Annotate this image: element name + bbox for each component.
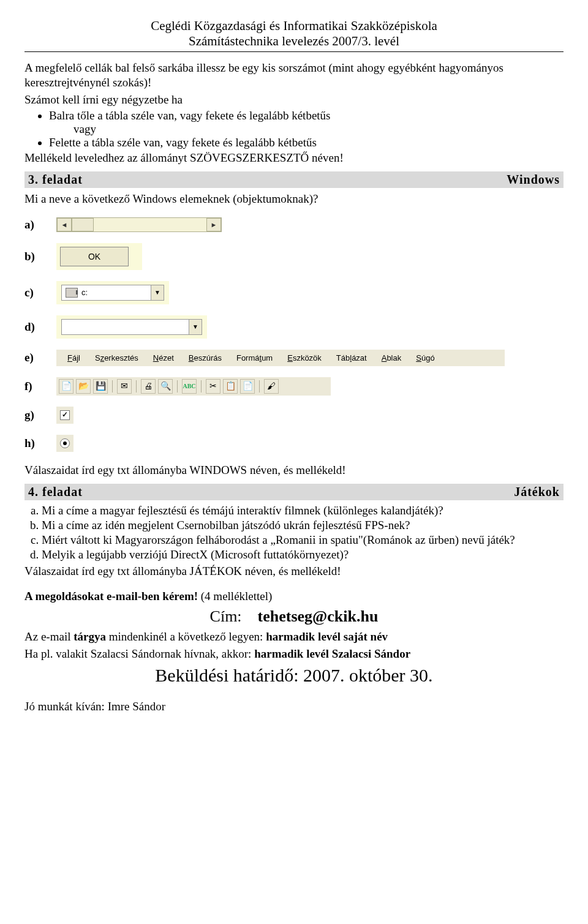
- task4-a: Mi a címe a magyar fejlesztésű és témájú…: [42, 504, 564, 517]
- menu-beszuras[interactable]: Beszúrás: [181, 352, 229, 364]
- footer-ask: A megoldásokat e-mail-ben kérem! (4 mell…: [24, 589, 564, 604]
- spellcheck-icon[interactable]: ABC: [182, 379, 197, 394]
- bullet-2: Felette a tábla széle van, vagy fekete é…: [49, 136, 564, 149]
- cut-icon[interactable]: ✂: [206, 379, 221, 394]
- row-f: f) 📄 📂 💾 ✉ 🖨 🔍 ABC ✂ 📋 📄 🖌: [24, 377, 564, 396]
- menu-nezet[interactable]: Nézet: [146, 352, 181, 364]
- radio-button[interactable]: [60, 438, 70, 448]
- footer-bye: Jó munkát kíván: Imre Sándor: [24, 699, 564, 714]
- toolbar-separator: [177, 380, 178, 393]
- menu-sugo[interactable]: Súgó: [409, 352, 442, 364]
- print-preview-icon[interactable]: 🔍: [158, 379, 173, 394]
- header-title: Ceglédi Közgazdasági és Informatikai Sza…: [24, 18, 564, 34]
- chevron-down-icon[interactable]: ▼: [189, 320, 202, 334]
- task4-after: Válaszaidat írd egy txt állományba JÁTÉK…: [24, 564, 564, 579]
- drive-text: c:: [81, 288, 151, 297]
- footer-subject2: Ha pl. valakit Szalacsi Sándornak hívnak…: [24, 647, 564, 661]
- menu-eszkozok[interactable]: Eszközök: [280, 352, 329, 364]
- label-c: c): [24, 286, 43, 299]
- open-icon[interactable]: 📂: [76, 379, 91, 394]
- new-doc-icon[interactable]: 📄: [59, 379, 74, 394]
- toolbar-separator: [136, 380, 137, 393]
- ok-button-wrap: OK: [56, 243, 142, 270]
- task3-question: Mi a neve a következő Windows elemeknek …: [24, 192, 564, 206]
- toolbar-separator: [201, 380, 202, 393]
- copy-icon[interactable]: 📋: [223, 379, 238, 394]
- label-a: a): [24, 218, 43, 231]
- header-subtitle: Számítástechnika levelezés 2007/3. levél: [24, 34, 564, 49]
- label-d: d): [24, 320, 43, 334]
- toolbar: 📄 📂 💾 ✉ 🖨 🔍 ABC ✂ 📋 📄 🖌: [56, 377, 331, 396]
- label-b: b): [24, 250, 43, 263]
- email-address: tehetseg@ckik.hu: [258, 607, 379, 625]
- task3-left: 3. feladat: [28, 173, 83, 187]
- drive-icon: [66, 288, 78, 298]
- drive-combobox[interactable]: c: ▼: [61, 285, 164, 301]
- format-painter-icon[interactable]: 🖌: [264, 379, 279, 394]
- menu-szerkesztes[interactable]: Szerkesztés: [88, 352, 146, 364]
- toolbar-separator: [112, 380, 113, 393]
- menu-fajl[interactable]: Fájl: [60, 352, 88, 364]
- label-e: e): [24, 351, 43, 364]
- menu-bar: Fájl Szerkesztés Nézet Beszúrás Formátum…: [56, 350, 505, 366]
- scroll-thumb[interactable]: [72, 218, 94, 231]
- label-f: f): [24, 380, 43, 393]
- scroll-track[interactable]: [72, 218, 206, 231]
- row-a: a) ◄ ►: [24, 217, 564, 232]
- row-h: h): [24, 435, 564, 452]
- row-d: d) ▼: [24, 315, 564, 339]
- task4-right: Játékok: [514, 485, 560, 499]
- dropdown-wrap: ▼: [56, 315, 207, 339]
- label-h: h): [24, 437, 43, 450]
- chevron-down-icon[interactable]: ▼: [151, 285, 164, 300]
- intro-p3: Mellékeld leveledhez az állományt SZÖVEG…: [24, 151, 564, 165]
- print-icon[interactable]: 🖨: [141, 379, 156, 394]
- checkbox-wrap: ✓: [56, 407, 74, 424]
- footer-deadline: Beküldési határidő: 2007. október 30.: [24, 665, 564, 686]
- menu-ablak[interactable]: Ablak: [374, 352, 409, 364]
- mail-icon[interactable]: ✉: [117, 379, 132, 394]
- intro-p2: Számot kell írni egy négyzetbe ha: [24, 92, 564, 107]
- radio-wrap: [56, 435, 74, 452]
- task3-right: Windows: [507, 173, 560, 187]
- radio-dot-icon: [63, 441, 67, 445]
- menu-tablazat[interactable]: Táblázat: [329, 352, 374, 364]
- bullet-1: Balra tőle a tábla széle van, vagy feket…: [49, 109, 564, 136]
- ok-button[interactable]: OK: [60, 247, 129, 266]
- task4-c: Miért váltott ki Magyarországon felhábor…: [42, 533, 564, 547]
- task3-after: Válaszaidat írd egy txt állományba WINDO…: [24, 463, 564, 478]
- dropdown[interactable]: ▼: [61, 319, 202, 335]
- task4-b: Mi a címe az idén megjelent Csernobilban…: [42, 519, 564, 532]
- horizontal-scrollbar[interactable]: ◄ ►: [56, 217, 222, 232]
- task4-d: Melyik a legújabb verziójú DirectX (Micr…: [42, 548, 564, 562]
- row-e: e) Fájl Szerkesztés Nézet Beszúrás Formá…: [24, 350, 564, 366]
- row-g: g) ✓: [24, 407, 564, 424]
- task4-list: Mi a címe a magyar fejlesztésű és témájú…: [42, 504, 564, 562]
- label-g: g): [24, 408, 43, 422]
- row-b: b) OK: [24, 243, 564, 270]
- intro-p1: A megfelelő cellák bal felső sarkába ill…: [24, 61, 564, 90]
- scroll-left-icon[interactable]: ◄: [57, 218, 72, 231]
- task4-left: 4. feladat: [28, 485, 83, 499]
- row-c: c) c: ▼: [24, 281, 564, 304]
- task3-bar: 3. feladat Windows: [24, 171, 564, 188]
- menu-formatum[interactable]: Formátum: [229, 352, 280, 364]
- toolbar-separator: [259, 380, 260, 393]
- task4-bar: 4. feladat Játékok: [24, 484, 564, 500]
- footer-subject1: Az e-mail tárgya mindenkinél a következő…: [24, 629, 564, 644]
- intro-bullets: Balra tőle a tábla széle van, vagy feket…: [49, 109, 564, 149]
- save-icon[interactable]: 💾: [93, 379, 108, 394]
- paste-icon[interactable]: 📄: [240, 379, 255, 394]
- drive-combo-wrap: c: ▼: [56, 281, 169, 304]
- scroll-right-icon[interactable]: ►: [206, 218, 221, 231]
- checkbox[interactable]: ✓: [60, 410, 70, 420]
- footer-email-line: Cím: tehetseg@ckik.hu: [24, 607, 564, 626]
- bullet-or: vagy: [74, 122, 564, 136]
- header-rule: [24, 51, 564, 52]
